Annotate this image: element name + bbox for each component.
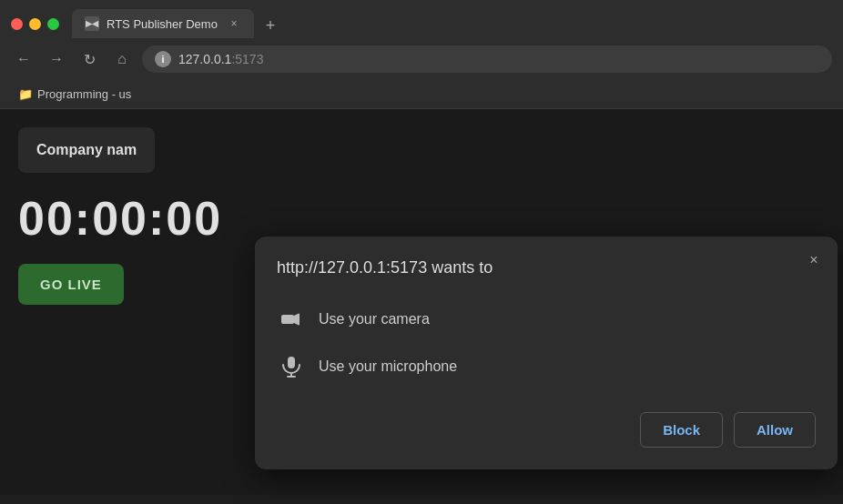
forward-button[interactable]: → xyxy=(44,46,69,72)
tab-close-button[interactable]: × xyxy=(227,16,241,31)
popup-actions: Block Allow xyxy=(277,412,816,448)
camera-permission-item: Use your camera xyxy=(277,296,816,343)
address-info-icon: i xyxy=(155,51,171,67)
popup-close-button[interactable]: × xyxy=(803,249,825,271)
page-content: Company nam 00:00:00 GO LIVE × http://12… xyxy=(0,109,843,495)
new-tab-button[interactable]: + xyxy=(258,13,283,38)
company-name: Company nam xyxy=(36,142,137,157)
tab-title: RTS Publisher Demo xyxy=(107,17,219,31)
back-button[interactable]: ← xyxy=(11,46,36,72)
traffic-light-yellow[interactable] xyxy=(29,18,41,30)
camera-permission-label: Use your camera xyxy=(319,311,430,328)
title-bar: ▶◀ RTS Publisher Demo × + xyxy=(0,0,843,38)
browser-tab[interactable]: ▶◀ RTS Publisher Demo × xyxy=(72,9,254,38)
go-live-button[interactable]: GO LIVE xyxy=(18,264,124,305)
allow-button[interactable]: Allow xyxy=(734,412,816,448)
reload-button[interactable]: ↻ xyxy=(76,46,102,72)
permission-popup: × http://127.0.0.1:5173 wants to Use you… xyxy=(255,237,838,469)
svg-rect-0 xyxy=(281,315,294,324)
traffic-light-red[interactable] xyxy=(11,18,23,30)
browser-chrome: ▶◀ RTS Publisher Demo × + ← → ↻ ⌂ i 127.… xyxy=(0,0,843,109)
traffic-lights xyxy=(11,18,59,30)
microphone-icon xyxy=(277,352,306,381)
svg-rect-2 xyxy=(288,357,295,368)
address-bar[interactable]: i 127.0.0.1:5173 xyxy=(142,45,832,73)
traffic-light-green[interactable] xyxy=(47,18,59,30)
address-text: 127.0.0.1:5173 xyxy=(178,52,263,66)
bookmark-label: Programming - us xyxy=(37,87,131,101)
bookmark-folder-icon: 📁 xyxy=(18,87,33,101)
company-box: Company nam xyxy=(18,127,155,173)
tab-bar: ▶◀ RTS Publisher Demo × + xyxy=(72,9,832,38)
home-button[interactable]: ⌂ xyxy=(109,46,135,72)
microphone-permission-item: Use your microphone xyxy=(277,343,816,390)
microphone-permission-label: Use your microphone xyxy=(319,358,457,375)
camera-icon xyxy=(277,305,306,334)
bookmark-item[interactable]: 📁 Programming - us xyxy=(11,85,138,104)
block-button[interactable]: Block xyxy=(640,412,723,448)
nav-bar: ← → ↻ ⌂ i 127.0.0.1:5173 xyxy=(0,38,843,80)
popup-title: http://127.0.0.1:5173 wants to xyxy=(277,258,816,277)
tab-favicon: ▶◀ xyxy=(85,16,99,31)
bookmarks-bar: 📁 Programming - us xyxy=(0,80,843,109)
